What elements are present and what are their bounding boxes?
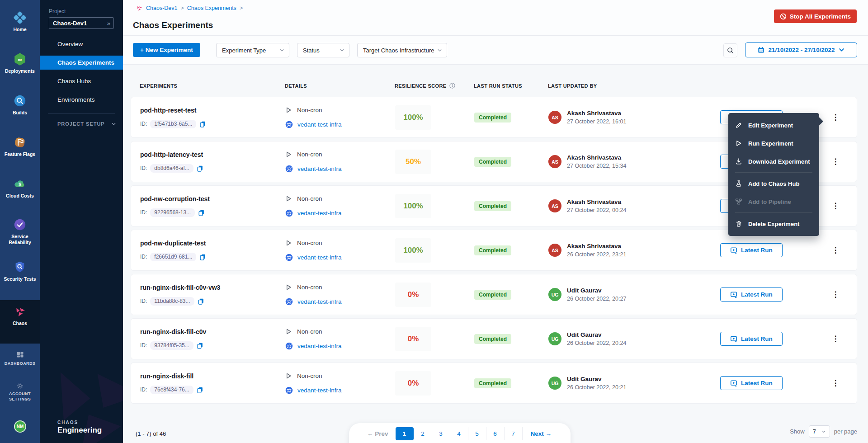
pagination-page-2[interactable]: 2 — [414, 427, 432, 440]
infrastructure-link[interactable]: vedant-test-infra — [297, 387, 342, 394]
infrastructure-link[interactable]: vedant-test-infra — [297, 121, 342, 128]
infrastructure-link[interactable]: vedant-test-infra — [297, 210, 342, 217]
kubernetes-icon — [285, 342, 293, 350]
pagination-range: (1 - 7) of 46 — [136, 430, 166, 437]
pagination-next-button[interactable]: Next → — [522, 427, 560, 440]
rail-item-chaos[interactable]: Chaos — [0, 300, 40, 344]
target-infrastructure-filter[interactable]: Target Chaos Infrastructure — [357, 43, 447, 57]
new-experiment-button[interactable]: + New Experiment — [133, 43, 200, 57]
experiment-name[interactable]: run-nginx-disk-fill — [140, 372, 285, 380]
menu-item-download-experiment[interactable]: Download Experiment — [728, 152, 819, 170]
rail-item-deployments[interactable]: ∞ Deployments — [0, 48, 40, 90]
rail-item-dashboards[interactable]: DASHBOARDS — [0, 351, 40, 367]
updated-date: 27 October 2022, 16:01 — [567, 118, 626, 125]
latest-run-button[interactable]: Latest Run — [720, 243, 783, 257]
stop-all-experiments-button[interactable]: Stop All Experiments — [774, 9, 857, 23]
infrastructure-link[interactable]: vedant-test-infra — [297, 165, 342, 172]
experiment-name[interactable]: pod-nw-duplicate-test — [140, 240, 285, 247]
table-row[interactable]: run-nginx-disk-fill-c0v ID: 93784f05-35.… — [131, 318, 857, 359]
kubernetes-icon — [285, 298, 293, 306]
kebab-menu-icon[interactable]: ⋮ — [830, 113, 841, 122]
collapse-icon[interactable]: » — [107, 20, 110, 27]
experiment-cell: pod-http-latency-test ID: db8d6a46-af... — [140, 151, 285, 173]
search-button[interactable] — [723, 43, 737, 57]
menu-item-edit-experiment[interactable]: Edit Experiment — [728, 116, 819, 134]
divider — [48, 113, 115, 114]
updated-date: 26 October 2022, 23:21 — [567, 251, 626, 258]
resilience-score: 100% — [395, 238, 431, 263]
latest-run-button[interactable]: Latest Run — [720, 332, 783, 346]
experiment-cell: run-nginx-disk-fill ID: 76e8f434-76... — [140, 372, 285, 394]
copy-icon[interactable] — [198, 298, 204, 305]
pagination-page-4[interactable]: 4 — [450, 427, 468, 440]
details-cell: Non-cron vedant-test-infra — [285, 195, 395, 217]
pagination-page-5[interactable]: 5 — [468, 427, 486, 440]
chevron-down-icon — [821, 429, 826, 434]
kebab-menu-icon[interactable]: ⋮ — [830, 201, 841, 211]
pagination-page-3[interactable]: 3 — [432, 427, 450, 440]
rail-item-home[interactable]: Home — [0, 6, 40, 48]
user-avatar[interactable]: NM — [14, 420, 26, 433]
resilience-score: 0% — [395, 283, 431, 307]
kebab-menu-icon[interactable]: ⋮ — [830, 290, 841, 299]
pagination-page-1[interactable]: 1 — [396, 427, 414, 440]
copy-icon[interactable] — [197, 165, 203, 172]
rail-item-security-tests[interactable]: Security Tests — [0, 256, 40, 297]
menu-item-run-experiment[interactable]: Run Experiment — [728, 134, 819, 152]
play-outline-icon — [285, 107, 292, 113]
copy-icon[interactable] — [197, 386, 203, 393]
pagination-page-7[interactable]: 7 — [504, 427, 522, 440]
copy-icon[interactable] — [199, 254, 206, 260]
experiment-name[interactable]: pod-nw-corruption-test — [140, 195, 285, 203]
sidebar-item-environments[interactable]: Environments — [40, 93, 123, 107]
dashboards-icon — [16, 351, 24, 359]
sidebar-item-overview[interactable]: Overview — [40, 37, 123, 51]
kebab-menu-icon[interactable]: ⋮ — [830, 157, 841, 166]
kebab-menu-icon[interactable]: ⋮ — [830, 334, 841, 344]
rail-item-account-settings[interactable]: ACCOUNT SETTINGS — [0, 382, 40, 402]
copy-icon[interactable] — [199, 121, 206, 127]
project-selector[interactable]: Chaos-Dev1 » — [49, 17, 114, 29]
latest-run-button[interactable]: Latest Run — [720, 376, 783, 390]
rail-item-feature-flags[interactable]: Feature Flags — [0, 131, 40, 173]
status-filter[interactable]: Status — [297, 43, 349, 57]
copy-icon[interactable] — [198, 209, 205, 216]
experiment-name[interactable]: pod-http-latency-test — [140, 151, 285, 158]
date-range-picker[interactable]: 21/10/2022 - 27/10/2022 — [745, 42, 857, 57]
experiment-name[interactable]: pod-http-reset-test — [140, 107, 285, 114]
experiment-type-filter[interactable]: Experiment Type — [216, 43, 289, 57]
infrastructure-link[interactable]: vedant-test-infra — [297, 298, 342, 305]
project-setup-toggle[interactable]: PROJECT SETUP — [57, 121, 116, 127]
rail-item-builds[interactable]: Builds — [0, 90, 40, 131]
rail-item-cloud-costs[interactable]: $ Cloud Costs — [0, 173, 40, 214]
last-run-status-cell: Completed — [474, 334, 548, 344]
copy-icon[interactable] — [197, 342, 203, 349]
experiment-name[interactable]: run-nginx-disk-fill-c0v — [140, 328, 285, 335]
sidebar-item-chaos-experiments[interactable]: Chaos Experiments — [40, 56, 123, 70]
breadcrumb-link-project[interactable]: Chaos-Dev1 — [146, 5, 177, 11]
rail-item-service-reliability[interactable]: Service Reliability — [0, 213, 40, 255]
infrastructure-link[interactable]: vedant-test-infra — [297, 343, 342, 349]
menu-item-add-to-chaos-hub[interactable]: Add to Chaos Hub — [728, 174, 819, 193]
info-icon[interactable] — [449, 83, 455, 89]
experiment-id: 93784f05-35... — [150, 341, 193, 350]
menu-item-delete-experiment[interactable]: Delete Experiment — [728, 215, 819, 233]
infrastructure-link[interactable]: vedant-test-infra — [297, 254, 342, 261]
kebab-menu-icon[interactable]: ⋮ — [830, 378, 841, 388]
updated-date: 26 October 2022, 20:27 — [567, 296, 626, 302]
breadcrumb-link-experiments[interactable]: Chaos Experiments — [187, 5, 236, 11]
experiment-name[interactable]: run-nginx-disk-fill-c0v-vw3 — [140, 284, 285, 291]
table-row[interactable]: run-nginx-disk-fill ID: 76e8f434-76... N… — [131, 363, 857, 404]
sidebar-item-chaos-hubs[interactable]: Chaos Hubs — [40, 74, 123, 88]
per-page-select[interactable]: 7 — [809, 425, 830, 438]
resilience-score-cell: 100% — [395, 105, 474, 130]
latest-run-button[interactable]: Latest Run — [720, 287, 783, 302]
kebab-menu-icon[interactable]: ⋮ — [830, 245, 841, 255]
last-updated-by-cell: AS Akash Shrivastava 27 October 2022, 00… — [548, 198, 720, 213]
updated-date: 26 October 2022, 20:21 — [567, 384, 626, 391]
experiment-id: 92296568-13... — [150, 208, 195, 217]
pagination-page-6[interactable]: 6 — [486, 427, 504, 440]
last-run-status-cell: Completed — [474, 201, 548, 211]
pagination-prev-button[interactable]: ← Prev — [360, 427, 396, 440]
table-row[interactable]: run-nginx-disk-fill-c0v-vw3 ID: 11bda88c… — [131, 274, 857, 315]
